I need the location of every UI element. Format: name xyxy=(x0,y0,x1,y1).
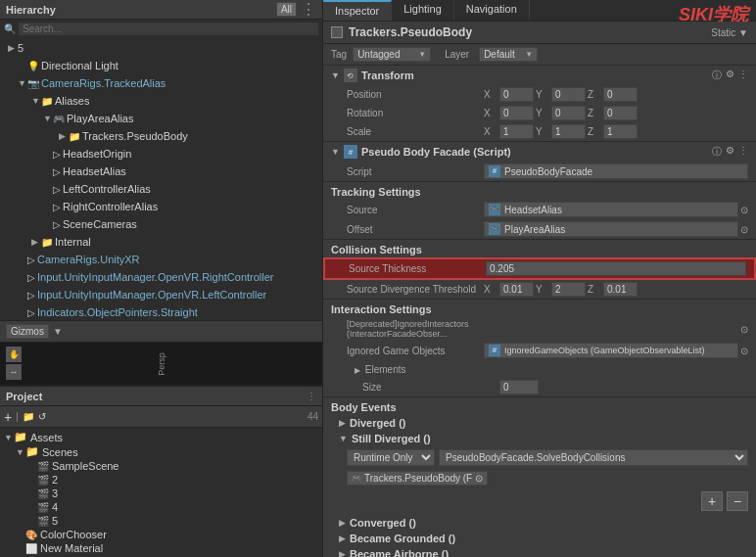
dz-label: Z xyxy=(588,284,601,295)
tree-item-input-right[interactable]: ▷ Input.UnityInputManager.OpenVR.RightCo… xyxy=(0,268,322,286)
transform-arrow: ▼ xyxy=(331,70,340,80)
source-circle[interactable]: ⊙ xyxy=(740,205,748,215)
still-diverged-header[interactable]: ▼ Still Diverged () xyxy=(323,431,756,446)
source-thickness-input[interactable] xyxy=(486,261,746,276)
ignored-objects-ref[interactable]: # IgnoredGameObjects (GameObjectObservab… xyxy=(484,343,738,358)
became-airborne-header[interactable]: ▶ Became Airborne () xyxy=(323,546,756,557)
tag-dropdown[interactable]: Untagged ▼ xyxy=(353,47,431,62)
tree-item-aliases[interactable]: ▼ 📁 Aliases xyxy=(0,92,322,110)
tree-item-directional-light[interactable]: 💡 Directional Light xyxy=(0,57,322,74)
project-tree[interactable]: ▼ 📁 Assets ▼ 📁 Scenes 🎬 SampleScene xyxy=(0,428,322,555)
size-input[interactable] xyxy=(499,380,539,395)
position-z-input[interactable] xyxy=(603,87,638,102)
tree-item-playareaalias[interactable]: ▼ 🎮 PlayAreaAlias xyxy=(0,110,322,127)
divergence-y-input[interactable] xyxy=(551,282,586,297)
pseudobody-header[interactable]: ▼ # Pseudo Body Facade (Script) ⓘ ⚙ ⋮ xyxy=(323,142,756,162)
obj-active-checkbox[interactable] xyxy=(331,26,343,38)
runtime-select[interactable]: Runtime Only xyxy=(347,449,435,466)
project-scene-3[interactable]: 🎬 3 xyxy=(4,487,318,500)
project-assets-folder[interactable]: ▼ 📁 Assets xyxy=(4,430,318,444)
pseudobody-section: ▼ # Pseudo Body Facade (Script) ⓘ ⚙ ⋮ Sc… xyxy=(323,142,756,557)
colorchooser-icon: 🎨 xyxy=(25,530,37,540)
converged-header[interactable]: ▶ Converged () xyxy=(323,515,756,531)
script-ref-value: PseudoBodyFacade xyxy=(504,166,592,177)
layer-dropdown[interactable]: Default ▼ xyxy=(479,47,538,62)
pseudobody-icon: # xyxy=(344,145,357,159)
script-row: Script # PseudoBodyFacade xyxy=(323,162,756,181)
hierarchy-tree[interactable]: ▶ 5 💡 Directional Light xyxy=(0,37,322,320)
tree-item-headsetalias[interactable]: ▷ HeadsetAlias xyxy=(0,162,322,180)
rotation-y-input[interactable] xyxy=(551,106,586,120)
tool-btn-1[interactable]: ✋ xyxy=(6,347,22,362)
all-tab[interactable]: All xyxy=(276,2,297,17)
tree-item-unityxr[interactable]: ▷ CameraRigs.UnityXR xyxy=(0,251,322,268)
offset-ref-value: PlayAreaAlias xyxy=(504,224,565,235)
x-label: X xyxy=(484,89,497,100)
became-grounded-header[interactable]: ▶ Became Grounded () xyxy=(323,531,756,546)
func-select[interactable]: PseudoBodyFacade.SolveBodyCollisions xyxy=(439,449,748,466)
tree-item-scenecameras[interactable]: ▷ SceneCameras xyxy=(0,215,322,233)
tool-btn-2[interactable]: ↔ xyxy=(6,364,22,380)
project-scene-2[interactable]: 🎬 2 xyxy=(4,473,318,487)
interactors-circle[interactable]: ⊙ xyxy=(740,324,748,335)
pseudo-settings-icon: ⚙ xyxy=(726,145,734,159)
project-newmaterial[interactable]: ⬜ New Material xyxy=(4,541,318,555)
tree-item-camerarig[interactable]: ▼ 📷 CameraRigs.TrackedAlias xyxy=(0,74,322,92)
gizmos-button[interactable]: Gizmos xyxy=(6,324,49,339)
tree-item-headsetorigin[interactable]: ▷ HeadsetOrigin xyxy=(0,145,322,162)
add-asset-button[interactable]: + xyxy=(4,409,12,425)
scale-z-input[interactable] xyxy=(603,124,638,139)
add-event-btn[interactable]: + xyxy=(701,491,723,511)
tree-arrow: ▶ xyxy=(8,43,18,53)
rotation-x-input[interactable] xyxy=(499,106,534,120)
event-obj-ref[interactable]: 🎮 Trackers.PseudoBody (F ⊙ xyxy=(347,471,488,486)
folder-btn[interactable]: 📁 xyxy=(23,411,34,422)
tree-item-indicators[interactable]: ▷ Indicators.ObjectPointers.Straight xyxy=(0,303,322,320)
sz-label: Z xyxy=(588,126,601,137)
transform-section: ▼ ⟲ Transform ⓘ ⚙ ⋮ Position X Y xyxy=(323,66,756,142)
tree-item-rightcontroller[interactable]: ▷ RightControllerAlias xyxy=(0,198,322,215)
transform-settings-icon: ⚙ xyxy=(726,69,734,82)
collision-settings-label: Collision Settings xyxy=(323,239,756,257)
position-x-input[interactable] xyxy=(499,87,534,102)
project-scene-5[interactable]: 🎬 5 xyxy=(4,514,318,528)
tree-label: 5 xyxy=(18,42,24,54)
project-scenes-folder[interactable]: ▼ 📁 Scenes xyxy=(4,444,318,459)
tree-item-internal[interactable]: ▶ 📁 Internal xyxy=(0,233,322,251)
position-y-input[interactable] xyxy=(551,87,586,102)
scale-x-input[interactable] xyxy=(499,124,534,139)
tab-inspector[interactable]: Inspector xyxy=(323,0,392,21)
tree-item-leftcontroller[interactable]: ▷ LeftControllerAlias xyxy=(0,180,322,198)
obj-static[interactable]: Static ▼ xyxy=(711,27,748,38)
folder-label: ColorChooser xyxy=(40,529,107,540)
remove-event-btn[interactable]: − xyxy=(727,491,748,511)
tree-item-collections[interactable]: ▶ 📁 Trackers.PseudoBody xyxy=(0,127,322,145)
script-ref[interactable]: # PseudoBodyFacade xyxy=(484,163,748,179)
source-ref[interactable]: 🎮 HeadsetAlias xyxy=(484,202,738,217)
offset-ref[interactable]: 🎮 PlayAreaAlias xyxy=(484,221,738,237)
tab-lighting[interactable]: Lighting xyxy=(392,0,454,21)
project-samplescene[interactable]: 🎬 SampleScene xyxy=(4,459,318,473)
transform-header[interactable]: ▼ ⟲ Transform ⓘ ⚙ ⋮ xyxy=(323,66,756,85)
refresh-btn[interactable]: ↺ xyxy=(38,411,46,422)
event-row: Runtime Only PseudoBodyFacade.SolveBodyC… xyxy=(323,446,756,469)
divergence-xyz: X Y Z xyxy=(484,282,638,297)
divergence-x-input[interactable] xyxy=(499,282,534,297)
scale-y-input[interactable] xyxy=(551,124,586,139)
tree-item-5[interactable]: ▶ 5 xyxy=(0,39,322,57)
scene-icon: 🎬 xyxy=(37,461,49,472)
tab-navigation[interactable]: Navigation xyxy=(454,0,530,21)
divergence-z-input[interactable] xyxy=(603,282,638,297)
ignored-circle[interactable]: ⊙ xyxy=(740,346,748,356)
offset-circle[interactable]: ⊙ xyxy=(740,224,748,235)
project-colorchooser[interactable]: 🎨 ColorChooser xyxy=(4,528,318,541)
project-scene-4[interactable]: 🎬 4 xyxy=(4,500,318,514)
hierarchy-menu[interactable]: ⋮ xyxy=(301,0,316,19)
hierarchy-search-input[interactable] xyxy=(19,23,318,35)
diverged-header[interactable]: ▶ Diverged () xyxy=(323,415,756,431)
position-label: Position xyxy=(347,89,484,100)
rotation-z-input[interactable] xyxy=(603,106,638,120)
logo-text: SIKI学院 xyxy=(671,0,756,21)
project-header: Project ⋮ xyxy=(0,387,322,406)
tree-item-input-left[interactable]: ▷ Input.UnityInputManager.OpenVR.LeftCon… xyxy=(0,286,322,303)
